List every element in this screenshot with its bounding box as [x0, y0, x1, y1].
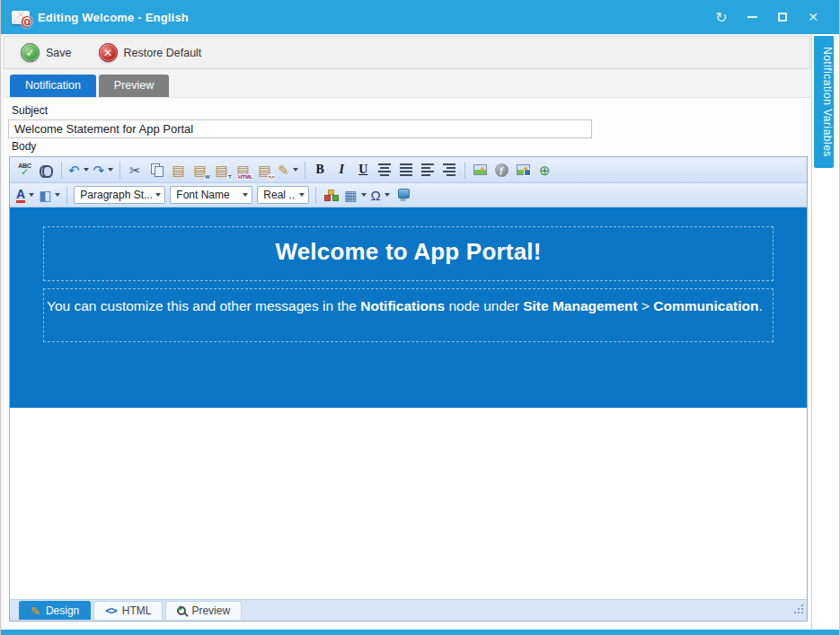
editor-toolbar-row2: A◧Paragraph St...Font NameReal ...▦Ω: [10, 183, 807, 207]
dropdown-caret-icon: [385, 193, 390, 197]
justify-icon[interactable]: [396, 160, 417, 181]
notification-variables-tab[interactable]: Notification Variables: [814, 36, 834, 168]
hyperlink-icon[interactable]: ⊕: [535, 160, 555, 181]
paragraph-bold-text: Notifications: [360, 298, 445, 313]
paste-icon[interactable]: ▤: [168, 160, 189, 181]
editor-heading-text: Welcome to App Portal!: [275, 238, 541, 265]
page-tabs: NotificationPreview: [4, 75, 810, 97]
insert-image-icon[interactable]: [470, 160, 491, 181]
dropdown-caret-icon: [361, 193, 367, 197]
paste-from-word-icon[interactable]: ▤W: [190, 160, 210, 181]
mode-tab-label: Design: [46, 604, 79, 617]
restore-default-label: Restore Default: [124, 47, 202, 59]
dropdown-caret-icon: [293, 168, 298, 172]
tab-preview[interactable]: Preview: [99, 75, 169, 97]
tab-notification[interactable]: Notification: [10, 75, 96, 97]
paragraph-text: >: [638, 298, 654, 313]
paragraph-text: node under: [445, 298, 523, 313]
copy-icon[interactable]: [146, 160, 167, 181]
undo-icon[interactable]: ↶: [66, 160, 91, 181]
find-icon[interactable]: [36, 160, 57, 181]
dropdown-caret-icon: [55, 193, 60, 197]
align-center-icon[interactable]: [375, 160, 395, 181]
command-toolbar: ✓ Save ✕ Restore Default: [4, 36, 810, 69]
insert-snippet-icon[interactable]: [321, 185, 341, 206]
insert-table-icon[interactable]: ▦: [342, 185, 367, 206]
editor-heading-block[interactable]: Welcome to App Portal!: [43, 226, 774, 281]
toolbar-separator: [315, 187, 316, 204]
app-icon: [12, 11, 30, 24]
align-right-icon[interactable]: [439, 160, 460, 181]
save-button[interactable]: ✓ Save: [21, 43, 72, 62]
dropdown-caret-icon: [155, 193, 161, 197]
notification-panel: Subject Body ABC✓↶↷✂▤▤W▤T▤HTML▤<>✎BIUf⊕ …: [4, 97, 810, 630]
mode-tab-html[interactable]: <>HTML: [93, 601, 163, 620]
spellcheck-icon[interactable]: ABC✓: [14, 160, 35, 181]
italic-icon[interactable]: I: [332, 160, 352, 181]
insert-symbol-icon[interactable]: Ω: [369, 185, 392, 206]
resize-grip-icon[interactable]: [792, 604, 803, 615]
dropdown-caret-icon: [243, 193, 248, 197]
restore-default-button[interactable]: ✕ Restore Default: [99, 43, 202, 62]
main-area: ✓ Save ✕ Restore Default NotificationPre…: [1, 34, 811, 630]
notification-variables-label: Notification Variables: [821, 47, 834, 157]
editor-design-surface[interactable]: Welcome to App Portal! You can customize…: [10, 207, 807, 599]
paragraph-text: You can customize this and other message…: [47, 298, 360, 313]
insert-media-icon[interactable]: [513, 160, 534, 181]
magnifier-icon: [177, 606, 186, 615]
redo-icon[interactable]: ↷: [92, 160, 116, 181]
editor-body-background: Welcome to App Portal! You can customize…: [10, 207, 807, 408]
code-icon: <>: [105, 604, 116, 617]
maximize-button[interactable]: [767, 6, 798, 28]
flash-icon[interactable]: f: [491, 160, 512, 181]
font-name-select[interactable]: Font Name: [170, 186, 252, 204]
paste-as-icon[interactable]: ▤<>: [254, 160, 275, 181]
mode-tab-design[interactable]: ✎Design: [19, 601, 91, 620]
mode-tab-preview[interactable]: Preview: [165, 601, 242, 620]
toolbar-separator: [61, 162, 62, 179]
close-button[interactable]: ✕: [798, 6, 828, 28]
editor-mode-tabs: ✎Design<>HTMLPreview: [10, 599, 807, 621]
dropdown-caret-icon: [29, 193, 34, 197]
paste-html-icon[interactable]: ▤HTML: [233, 160, 253, 181]
window-controls: ↻✕: [706, 6, 828, 28]
editor-toolbar-row1: ABC✓↶↷✂▤▤W▤T▤HTML▤<>✎BIUf⊕: [10, 157, 807, 183]
cut-icon[interactable]: ✂: [125, 160, 146, 181]
title-bar: Editing Welcome - English ↻✕: [1, 0, 839, 34]
mode-tab-label: HTML: [122, 604, 152, 617]
toolbar-separator: [66, 187, 67, 204]
refresh-button[interactable]: ↻: [706, 6, 737, 28]
save-label: Save: [46, 47, 72, 59]
paste-plain-text-icon[interactable]: ▤T: [211, 160, 232, 181]
rich-text-editor: ABC✓↶↷✂▤▤W▤T▤HTML▤<>✎BIUf⊕ A◧Paragraph S…: [9, 156, 808, 622]
insert-form-element-icon[interactable]: [393, 185, 413, 206]
paragraph-bold-text: Site Management: [523, 298, 637, 313]
dropdown-caret-icon: [84, 168, 89, 172]
window-bottom-border: [1, 630, 839, 635]
window: Editing Welcome - English ↻✕ ✓ Save ✕ Re…: [0, 0, 840, 635]
subject-input[interactable]: [8, 119, 592, 138]
align-left-icon[interactable]: [418, 160, 438, 181]
paragraph-style-select[interactable]: Paragraph St...: [74, 186, 165, 204]
editor-paragraph-block[interactable]: You can customize this and other message…: [43, 288, 774, 342]
dropdown-caret-icon: [108, 168, 113, 172]
pencil-icon: ✎: [31, 605, 40, 617]
mode-tab-label: Preview: [191, 604, 230, 617]
toolbar-separator: [464, 162, 465, 179]
window-title: Editing Welcome - English: [38, 11, 189, 24]
underline-icon[interactable]: U: [353, 160, 374, 181]
font-size-select[interactable]: Real ...: [257, 186, 309, 204]
format-painter-icon[interactable]: ✎: [276, 160, 300, 181]
font-color-icon[interactable]: A: [14, 185, 36, 206]
toolbar-separator: [305, 162, 305, 179]
save-check-icon: ✓: [21, 43, 40, 62]
window-body: ✓ Save ✕ Restore Default NotificationPre…: [1, 34, 839, 630]
toolbar-separator: [119, 162, 120, 179]
body-label: Body: [12, 140, 809, 153]
paragraph-bold-text: Communication: [653, 298, 758, 313]
minimize-button[interactable]: [737, 6, 767, 28]
background-color-icon[interactable]: ◧: [37, 185, 62, 206]
bold-icon[interactable]: B: [310, 160, 331, 181]
right-panel: Notification Variables: [811, 34, 839, 630]
restore-x-icon: ✕: [99, 43, 118, 62]
